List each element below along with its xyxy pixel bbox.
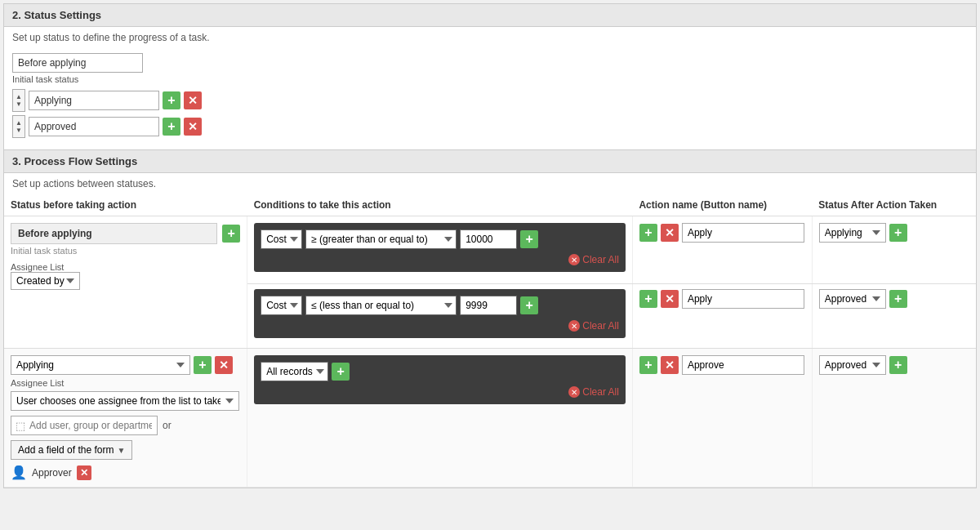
condition-1-cell: Cost ≥ (greater than or equal to) + xyxy=(247,216,633,284)
add-status-approved-btn[interactable]: + xyxy=(163,118,180,136)
add-action-1-btn[interactable]: + xyxy=(639,224,657,242)
cond-value-input-2[interactable] xyxy=(460,296,517,315)
section3-header: 3. Process Flow Settings xyxy=(4,150,976,173)
add-approve-action-btn[interactable]: + xyxy=(639,356,657,374)
status-after-select-2[interactable]: Approved Applying xyxy=(819,289,886,309)
status-after-row-1: Applying Approved + xyxy=(819,223,969,243)
remove-action-2-btn[interactable]: ✕ xyxy=(661,290,679,308)
add-field-chevron: ▼ xyxy=(117,446,125,455)
status-after-select-1[interactable]: Applying Approved xyxy=(819,223,886,243)
applying-condition-cell: All records + Clear All xyxy=(247,349,633,488)
status-row-applying: ▲▼ + ✕ xyxy=(12,89,968,112)
action-name-input-1[interactable] xyxy=(682,223,804,243)
clear-all-1-btn[interactable]: Clear All xyxy=(568,254,619,265)
cond-operator-select-1[interactable]: ≥ (greater than or equal to) xyxy=(305,229,457,249)
before-applying-label: Before applying xyxy=(11,223,217,244)
remove-approve-action-btn[interactable]: ✕ xyxy=(661,356,679,374)
cond-operator-select-2[interactable]: ≤ (less than or equal to) xyxy=(305,296,457,315)
clear-all-2-btn[interactable]: Clear All xyxy=(568,320,619,332)
add-status-applying-btn[interactable]: + xyxy=(163,91,180,109)
condition-row-1: Cost ≥ (greater than or equal to) + xyxy=(261,229,619,249)
add-user-input[interactable] xyxy=(11,416,158,435)
spinner-applying[interactable]: ▲▼ xyxy=(12,89,25,112)
condition-block-all-records: All records + Clear All xyxy=(254,355,626,404)
clear-all-3-btn[interactable]: Clear All xyxy=(568,386,619,398)
spinner-approved[interactable]: ▲▼ xyxy=(12,115,25,138)
condition-row-all-records: All records + xyxy=(261,362,619,381)
cond-field-select-1[interactable]: Cost xyxy=(261,229,302,249)
remove-status-approved-btn[interactable]: ✕ xyxy=(184,118,202,136)
flow-row-applying: Applying Before applying Approved + ✕ As… xyxy=(4,349,976,488)
add-status-after-1-btn[interactable]: + xyxy=(889,224,907,242)
col-before-header: Status before taking action xyxy=(4,194,247,216)
clear-all-wrapper-1: Clear All xyxy=(261,249,619,265)
add-cond-field-2-btn[interactable]: + xyxy=(520,296,538,314)
section3-title: 3. Process Flow Settings xyxy=(12,155,137,167)
condition-block-1: Cost ≥ (greater than or equal to) + xyxy=(254,223,626,272)
status-input-applying[interactable] xyxy=(29,91,159,110)
add-status-after-approve-btn[interactable]: + xyxy=(889,356,907,374)
section3-desc: Set up actions between statuses. xyxy=(4,173,976,194)
status-after-1-cell: Applying Approved + xyxy=(812,216,976,284)
condition-2-cell: Cost ≤ (less than or equal to) + xyxy=(247,284,633,349)
section2-desc: Set up status to define the progress of … xyxy=(4,27,976,48)
status-after-row-2: Approved Applying + xyxy=(819,289,969,309)
condition-row-2: Cost ≤ (less than or equal to) + xyxy=(261,296,619,315)
cond-field-select-2[interactable]: Cost xyxy=(261,296,302,315)
status-row-approved: ▲▼ + ✕ xyxy=(12,115,968,138)
action-name-input-2[interactable] xyxy=(682,289,804,309)
remove-approver-btn[interactable]: ✕ xyxy=(77,465,91,480)
all-records-select[interactable]: All records xyxy=(261,362,328,381)
applying-cell: Applying Before applying Approved + ✕ As… xyxy=(4,349,247,488)
flow-table: Status before taking action Conditions t… xyxy=(4,194,976,488)
add-action-2-btn[interactable]: + xyxy=(639,290,657,308)
approve-action-input[interactable] xyxy=(682,355,804,375)
status-section: Initial task status ▲▼ + ✕ ▲▼ + ✕ xyxy=(4,48,976,149)
add-cond-all-btn[interactable]: + xyxy=(332,363,350,381)
add-cond-field-1-btn[interactable]: + xyxy=(520,230,538,248)
add-condition-0-btn[interactable]: + xyxy=(222,225,240,243)
status-after-select-approve[interactable]: Approved Applying xyxy=(819,355,886,375)
approver-name: Approver xyxy=(32,467,72,479)
initial-status-input[interactable] xyxy=(12,53,143,73)
remove-status-applying-btn[interactable]: ✕ xyxy=(184,91,202,109)
action-name-1-cell: + ✕ xyxy=(632,216,812,284)
remove-applying-btn[interactable]: ✕ xyxy=(215,356,233,374)
action-row-1: + ✕ xyxy=(639,223,805,243)
cond-value-input-1[interactable] xyxy=(460,229,517,249)
assignee-label-0: Assignee List xyxy=(11,262,217,272)
action-name-2-cell: + ✕ xyxy=(632,284,812,349)
before-applying-cell: Before applying Initial task status Assi… xyxy=(4,216,247,349)
col-status-after-header: Status After Action Taken xyxy=(812,194,976,216)
flow-row-before-applying: Before applying Initial task status Assi… xyxy=(4,216,976,284)
condition-block-2: Cost ≤ (less than or equal to) + xyxy=(254,289,626,338)
status-after-2-cell: Approved Applying + xyxy=(812,284,976,349)
initial-label: Initial task status xyxy=(12,74,968,84)
applying-status-select[interactable]: Applying Before applying Approved xyxy=(11,355,190,375)
add-status-after-2-btn[interactable]: + xyxy=(889,290,907,308)
clear-all-wrapper-3: Clear All xyxy=(261,381,619,398)
status-input-approved[interactable] xyxy=(29,117,159,136)
add-field-label: Add a field of the form xyxy=(18,444,114,456)
assignee-label-1: Assignee List xyxy=(11,378,240,388)
col-action-header: Action name (Button name) xyxy=(632,194,812,216)
initial-task-label: Initial task status xyxy=(11,246,217,256)
flow-table-header: Status before taking action Conditions t… xyxy=(4,194,976,216)
action-row-2: + ✕ xyxy=(639,289,805,309)
approved-status-after-cell: Approved Applying + xyxy=(812,349,976,488)
section2-header: 2. Status Settings xyxy=(4,4,976,27)
approver-icon: 👤 xyxy=(11,465,27,480)
col-conditions-header: Conditions to take this action xyxy=(247,194,633,216)
assignee-select-0[interactable]: Created by xyxy=(11,272,80,290)
approver-row: 👤 Approver ✕ xyxy=(11,465,240,480)
approve-action-cell: + ✕ xyxy=(632,349,812,488)
status-after-row-approve: Approved Applying + xyxy=(819,355,969,375)
add-field-btn[interactable]: Add a field of the form ▼ xyxy=(11,440,132,460)
or-label: or xyxy=(163,420,172,431)
user-chooser-select[interactable]: User chooses one assignee from the list … xyxy=(11,391,239,411)
clear-all-wrapper-2: Clear All xyxy=(261,315,619,332)
add-applying-btn[interactable]: + xyxy=(194,356,212,374)
section2-title: 2. Status Settings xyxy=(12,9,101,21)
remove-action-1-btn[interactable]: ✕ xyxy=(661,224,679,242)
section3: 3. Process Flow Settings Set up actions … xyxy=(4,149,976,488)
